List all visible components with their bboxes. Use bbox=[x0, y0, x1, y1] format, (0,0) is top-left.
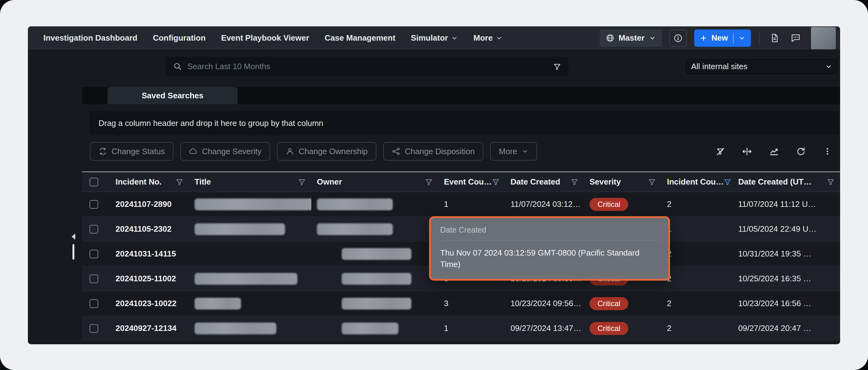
topnav-right: Master New bbox=[600, 27, 836, 49]
filter-icon[interactable] bbox=[724, 178, 732, 186]
date-created-cell: 10/23/2024 09:56… bbox=[505, 291, 584, 316]
severity-cell: Critical bbox=[584, 192, 661, 217]
fit-columns-icon[interactable] bbox=[742, 147, 752, 156]
date-created-utc-cell: 11/05/2024 22:49 U… bbox=[733, 217, 840, 241]
owner-cell bbox=[311, 241, 438, 266]
checkbox-cell bbox=[82, 241, 110, 266]
column-header-title[interactable]: Title bbox=[189, 172, 311, 192]
table-row[interactable]: 20241023-10022310/23/2024 09:56…Critical… bbox=[82, 291, 840, 316]
column-header-owner[interactable]: Owner bbox=[311, 172, 438, 192]
redacted-text bbox=[194, 198, 311, 210]
title-cell bbox=[189, 241, 311, 266]
filter-icon[interactable] bbox=[176, 178, 183, 186]
chat-button[interactable] bbox=[789, 29, 802, 47]
column-header-incident-no[interactable]: Incident No. bbox=[110, 172, 189, 192]
column-label: Severity bbox=[590, 177, 621, 187]
filter-icon[interactable] bbox=[827, 178, 835, 186]
chart-icon[interactable] bbox=[769, 147, 779, 156]
date-created-utc-cell: 11/07/2024 11:12 U… bbox=[733, 192, 840, 217]
incident-count-cell: 1 bbox=[661, 217, 733, 241]
column-header-incident-cou[interactable]: Incident Cou… bbox=[661, 172, 733, 192]
title-cell bbox=[189, 192, 311, 217]
column-header-date-created[interactable]: Date Created bbox=[505, 172, 584, 192]
main-nav: Investigation DashboardConfigurationEven… bbox=[43, 33, 502, 43]
column-header-event-cou[interactable]: Event Cou… bbox=[438, 172, 505, 192]
document-icon bbox=[770, 33, 779, 42]
nav-label: Case Management bbox=[324, 33, 395, 43]
redacted-text bbox=[342, 322, 398, 334]
status-icon bbox=[98, 147, 107, 156]
caret-down-icon bbox=[522, 148, 528, 155]
redacted-text bbox=[194, 322, 276, 334]
ownership-icon bbox=[286, 147, 294, 156]
bulk-actions: Change StatusChange SeverityChange Owner… bbox=[90, 142, 537, 161]
panel-collapse-handle[interactable] bbox=[71, 233, 75, 260]
row-checkbox[interactable] bbox=[90, 200, 98, 209]
date-created-utc-cell: 09/27/2024 20:47 … bbox=[733, 316, 840, 341]
table-header: Incident No.TitleOwnerEvent Cou…Date Cre… bbox=[82, 172, 840, 192]
plus-icon bbox=[700, 34, 707, 42]
incident-no-cell[interactable]: 20241031-14115 bbox=[110, 241, 189, 266]
nav-item-simulator[interactable]: Simulator bbox=[411, 33, 458, 43]
row-checkbox[interactable] bbox=[90, 250, 98, 258]
nav-item-event-playbook-viewer[interactable]: Event Playbook Viewer bbox=[221, 33, 309, 43]
redacted-text bbox=[194, 223, 285, 235]
incident-no-cell[interactable]: 20241023-10022 bbox=[110, 291, 189, 316]
new-button[interactable]: New bbox=[694, 29, 751, 47]
tab-bar: Saved Searches bbox=[82, 87, 840, 104]
row-checkbox[interactable] bbox=[90, 275, 98, 283]
change-ownership-button[interactable]: Change Ownership bbox=[277, 142, 376, 161]
row-checkbox[interactable] bbox=[90, 225, 98, 233]
table-row[interactable]: 20240927-12134109/27/2024 13:47…Critical… bbox=[82, 316, 840, 341]
change-disposition-button[interactable]: Change Disposition bbox=[383, 142, 483, 161]
column-label: Title bbox=[194, 177, 211, 187]
more-button[interactable]: More bbox=[490, 142, 537, 161]
change-severity-button[interactable]: Change Severity bbox=[180, 142, 270, 161]
button-label: More bbox=[499, 147, 517, 156]
nav-item-configuration[interactable]: Configuration bbox=[153, 33, 206, 43]
incident-no-cell[interactable]: 20241107-2890 bbox=[110, 192, 189, 217]
column-header-severity[interactable]: Severity bbox=[584, 172, 661, 192]
refresh-icon[interactable] bbox=[796, 147, 806, 156]
row-checkbox[interactable] bbox=[90, 299, 98, 308]
site-filter-select[interactable]: All internal sites bbox=[685, 58, 839, 75]
owner-cell bbox=[311, 291, 438, 316]
chevron-down-icon bbox=[496, 35, 502, 41]
nav-item-investigation-dashboard[interactable]: Investigation Dashboard bbox=[43, 33, 137, 43]
master-version-button[interactable]: Master bbox=[600, 29, 662, 47]
search-bar[interactable] bbox=[166, 57, 568, 76]
button-label: Change Disposition bbox=[405, 147, 474, 156]
kebab-icon[interactable] bbox=[823, 147, 832, 156]
select-all-checkbox[interactable] bbox=[90, 178, 98, 187]
severity-cell: Critical bbox=[584, 291, 661, 316]
button-label: Change Status bbox=[112, 147, 165, 156]
user-avatar[interactable] bbox=[811, 27, 836, 49]
severity-icon bbox=[189, 147, 198, 156]
group-by-dropzone[interactable]: Drag a column header and drop it here to… bbox=[90, 111, 839, 135]
filter-icon[interactable] bbox=[492, 178, 500, 186]
event-count-cell: 1 bbox=[438, 192, 505, 217]
column-header-date-created-ut[interactable]: Date Created (UT… bbox=[733, 172, 840, 192]
search-input[interactable] bbox=[187, 62, 548, 71]
tooltip-text: Thu Nov 07 2024 03:12:59 GMT-0800 (Pacif… bbox=[440, 247, 659, 270]
info-button[interactable] bbox=[670, 29, 687, 47]
report-button[interactable] bbox=[768, 29, 781, 47]
filter-icon[interactable] bbox=[298, 178, 306, 186]
search-filter-icon[interactable] bbox=[553, 63, 561, 70]
incident-no-cell[interactable]: 20241025-11002 bbox=[110, 266, 189, 291]
row-checkbox[interactable] bbox=[90, 324, 98, 333]
chevron-down-icon bbox=[649, 35, 656, 41]
incident-count-cell: 2 bbox=[661, 266, 733, 291]
filter-icon[interactable] bbox=[648, 178, 656, 186]
incident-no-cell[interactable]: 20240927-12134 bbox=[110, 316, 189, 341]
clear-filter-icon[interactable] bbox=[716, 147, 725, 156]
change-status-button[interactable]: Change Status bbox=[90, 142, 174, 161]
filter-icon[interactable] bbox=[570, 178, 578, 186]
incident-count-cell: 2 bbox=[661, 192, 733, 217]
tab-saved-searches[interactable]: Saved Searches bbox=[107, 87, 238, 104]
incident-no-cell[interactable]: 20241105-2302 bbox=[110, 217, 189, 241]
nav-item-more[interactable]: More bbox=[473, 33, 502, 43]
nav-item-case-management[interactable]: Case Management bbox=[324, 33, 395, 43]
table-row[interactable]: 20241107-2890111/07/2024 03:12…Critical2… bbox=[82, 192, 840, 217]
filter-icon[interactable] bbox=[425, 178, 433, 186]
